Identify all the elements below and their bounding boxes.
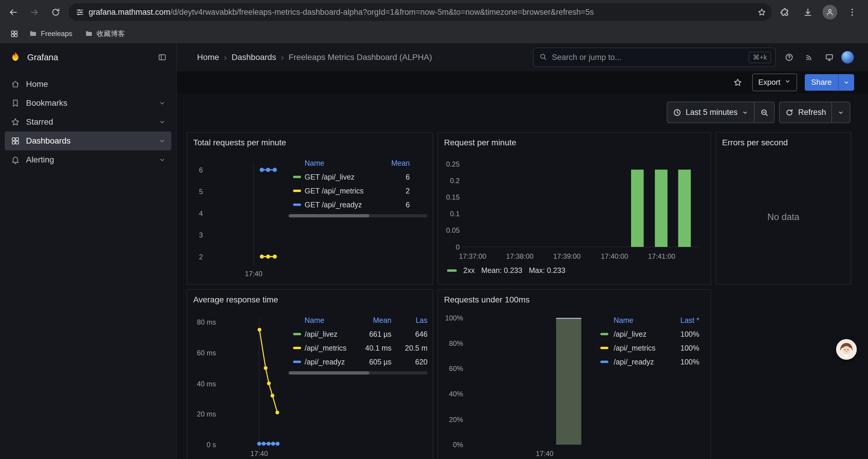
legend-row[interactable]: /api/_metrics 100% xyxy=(596,341,701,355)
series-last: 646 xyxy=(415,330,428,338)
legend-col-mean[interactable]: Mean xyxy=(391,159,410,167)
url-text[interactable]: grafana.mathmast.com/d/deytv4rwavabkb/fr… xyxy=(89,8,755,17)
legend-header: Name Mean xyxy=(288,156,428,170)
time-range-picker[interactable]: Last 5 minutes xyxy=(668,102,754,123)
bookmark-folder-blogs[interactable]: 收藏博客 xyxy=(80,27,130,40)
series-point xyxy=(264,366,268,370)
series-last: 20.5 m xyxy=(405,343,428,352)
star-icon xyxy=(11,117,20,127)
series-point xyxy=(266,168,270,172)
grafana-logo-icon[interactable] xyxy=(9,51,22,64)
chevron-down-icon[interactable] xyxy=(158,137,166,145)
series-point xyxy=(273,168,277,172)
zoom-out-button[interactable] xyxy=(754,102,774,123)
breadcrumb-home[interactable]: Home xyxy=(197,53,219,62)
sidebar-item-starred[interactable]: Starred xyxy=(5,112,172,131)
legend-row[interactable]: /api/_livez 100% xyxy=(596,327,701,341)
sidebar-nav: Home Bookmarks Starred Dashb xyxy=(0,71,176,169)
legend-col-name[interactable]: Name xyxy=(614,316,633,325)
panel-title[interactable]: Average response time xyxy=(193,295,278,304)
favorite-star-icon[interactable] xyxy=(731,76,745,89)
legend-col-last[interactable]: Las xyxy=(416,316,428,325)
legend-row[interactable]: GET /api/_readyz 6 xyxy=(288,198,428,211)
chevron-down-icon[interactable] xyxy=(158,118,166,126)
series-line xyxy=(259,330,277,412)
bookmark-star-icon[interactable] xyxy=(755,6,768,19)
panel-title[interactable]: Requests under 100ms xyxy=(444,295,530,304)
legend-row[interactable]: /api/_readyz 605 µs 620 xyxy=(288,355,428,369)
sidebar-item-alerting[interactable]: Alerting xyxy=(5,150,172,169)
series-max: Max: 0.233 xyxy=(529,266,565,275)
bar xyxy=(678,169,691,247)
legend-table: Name Mean GET /api/_livez 6 GET /api/_me… xyxy=(288,156,428,218)
bookmark-icon xyxy=(11,98,20,108)
refresh-interval-dropdown[interactable] xyxy=(832,102,850,123)
series-last: 100% xyxy=(680,330,699,338)
legend-col-mean[interactable]: Mean xyxy=(373,316,392,325)
legend-row[interactable]: /api/_metrics 40.1 ms 20.5 m xyxy=(288,341,428,355)
tick-label: 40 ms xyxy=(197,380,216,388)
back-icon[interactable] xyxy=(5,4,21,21)
search-box[interactable]: ⌘+k xyxy=(533,47,776,67)
sidebar-item-dashboards[interactable]: Dashboards xyxy=(5,131,172,150)
series-marker xyxy=(293,203,301,206)
tick-label: 2 xyxy=(199,253,203,261)
breadcrumb-dashboards[interactable]: Dashboards xyxy=(231,53,276,62)
panel-title[interactable]: Errors per second xyxy=(722,138,788,147)
legend-row[interactable]: /api/_readyz 100% xyxy=(596,355,701,369)
refresh-button[interactable]: Refresh xyxy=(780,102,831,123)
series-point xyxy=(267,381,271,385)
help-icon[interactable] xyxy=(781,49,797,65)
collapse-sidebar-icon[interactable] xyxy=(155,50,169,65)
assistant-avatar[interactable] xyxy=(836,339,857,360)
chevron-down-icon[interactable] xyxy=(158,156,166,164)
search-input[interactable] xyxy=(551,53,745,62)
scrollbar-thumb[interactable] xyxy=(289,371,369,374)
grafana-app: Grafana Home Bookmarks xyxy=(0,43,868,459)
time-range-label: Last 5 minutes xyxy=(686,108,738,117)
series-name: GET /api/_readyz xyxy=(305,200,362,209)
sidebar-header: Grafana xyxy=(0,43,176,71)
monitor-icon[interactable] xyxy=(821,49,837,65)
browser-profile-avatar[interactable] xyxy=(823,5,837,20)
series-marker xyxy=(600,361,608,363)
browser-menu-icon[interactable] xyxy=(844,4,860,21)
export-button[interactable]: Export xyxy=(752,73,797,91)
legend-col-last[interactable]: Last * xyxy=(680,316,699,325)
scrollbar-thumb[interactable] xyxy=(289,214,369,218)
downloads-icon[interactable] xyxy=(800,4,816,21)
apps-grid-icon[interactable] xyxy=(7,27,21,41)
tick-label: 17:38:00 xyxy=(506,252,533,260)
legend-row[interactable]: GET /api/_livez 6 xyxy=(288,170,428,184)
site-settings-icon[interactable] xyxy=(73,6,86,19)
bookmark-folder-freeleaps[interactable]: Freeleaps xyxy=(24,28,77,40)
chevron-down-icon[interactable] xyxy=(158,99,166,107)
url-bar[interactable]: grafana.mathmast.com/d/deytv4rwavabkb/fr… xyxy=(68,3,772,21)
legend-col-name[interactable]: Name xyxy=(305,159,324,167)
rss-icon[interactable] xyxy=(801,49,817,65)
panel-title[interactable]: Total requests per minute xyxy=(193,138,286,147)
avatar-illustration xyxy=(837,340,856,359)
extensions-icon[interactable] xyxy=(776,4,793,21)
tick-label: 4 xyxy=(199,209,203,218)
legend-col-name[interactable]: Name xyxy=(305,316,324,325)
share-button[interactable]: Share xyxy=(805,74,854,91)
legend-inline[interactable]: 2xx Mean: 0.233 Max: 0.233 xyxy=(447,266,565,275)
legend-row[interactable]: /api/_livez 661 µs 646 xyxy=(288,327,428,341)
folder-icon xyxy=(29,30,37,38)
chevron-down-icon xyxy=(742,109,749,116)
legend-scrollbar[interactable] xyxy=(288,371,428,374)
user-avatar[interactable] xyxy=(841,51,854,64)
series-marker xyxy=(600,333,608,335)
browser-toolbar: grafana.mathmast.com/d/deytv4rwavabkb/fr… xyxy=(0,0,868,24)
bar-chart[interactable]: 0.250.20.150.10.05017:37:0017:38:0017:39… xyxy=(438,133,711,284)
sidebar-item-home[interactable]: Home xyxy=(5,75,172,94)
reload-icon[interactable] xyxy=(47,4,64,21)
panel-title[interactable]: Request per minute xyxy=(444,138,516,147)
legend-scrollbar[interactable] xyxy=(288,214,428,218)
legend-row[interactable]: GET /api/_metrics 2 xyxy=(288,184,428,198)
share-dropdown-icon[interactable] xyxy=(838,74,854,91)
share-label[interactable]: Share xyxy=(805,74,838,91)
forward-icon[interactable] xyxy=(26,4,42,21)
sidebar-item-bookmarks[interactable]: Bookmarks xyxy=(5,94,172,112)
